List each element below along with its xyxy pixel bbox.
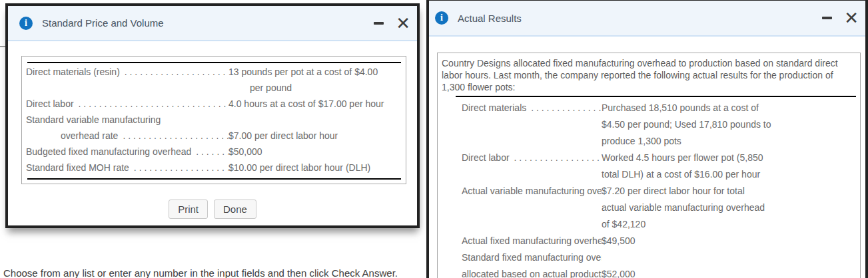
table-row-continuation: total DLH) at a cost of $16.00 per hour	[442, 166, 856, 183]
actual-results-table: Country Designs allocated fixed manufact…	[437, 53, 861, 278]
actual-results-dialog: i Actual Results ✕ Country Designs alloc…	[426, 0, 868, 278]
page-instruction-text: Choose from any list or enter any number…	[3, 267, 398, 278]
minimize-button[interactable]	[373, 19, 384, 27]
row-label: Actual fixed manufacturing overhead	[462, 233, 602, 249]
table-bottom-rule	[27, 178, 401, 180]
window-controls: ✕	[821, 11, 859, 25]
background-edge-artifact	[0, 46, 5, 47]
dot-leader: . . . . . . . . . . . . . . . . . . . . …	[118, 128, 228, 144]
intro-paragraph: Country Designs allocated fixed manufact…	[442, 57, 856, 96]
dot-leader: . . . . . . . . . . . . . . . . . . . . …	[120, 64, 228, 80]
dialog-title: Standard Price and Volume	[42, 17, 164, 29]
minimize-button[interactable]	[821, 14, 833, 22]
print-button[interactable]: Print	[169, 200, 208, 219]
table-row: allocated based on actual production. . …	[442, 266, 856, 278]
standard-price-and-volume-dialog: i Standard Price and Volume ✕ Direct mat…	[5, 3, 420, 228]
table-row: overhead rate. . . . . . . . . . . . . .…	[26, 128, 402, 144]
row-value-continued: total DLH) at a cost of $16.00 per hour	[602, 166, 856, 183]
info-icon: i	[435, 11, 448, 25]
dot-leader: . . . . . . . . . . . . . . . . . . . . …	[74, 96, 228, 112]
button-row: Print Done	[8, 200, 417, 219]
row-value: $7.20 per direct labor hour for total	[602, 183, 856, 200]
row-value-continued: produce 1,300 pots	[602, 133, 856, 150]
minimize-icon	[822, 17, 832, 19]
row-value-continued: of $42,120	[602, 216, 856, 233]
row-label: Direct materials	[462, 100, 526, 116]
row-value: $7.00 per direct labor hour	[228, 128, 402, 144]
row-label: Actual variable manufacturing overhead	[462, 183, 602, 200]
dialog-body: Country Designs allocated fixed manufact…	[429, 53, 865, 278]
info-icon-glyph: i	[440, 13, 443, 23]
table-row: Actual fixed manufacturing overhead. . .…	[442, 233, 856, 249]
row-label: Direct labor	[462, 150, 510, 166]
info-icon: i	[19, 17, 33, 30]
table-row: Actual variable manufacturing overhead. …	[442, 183, 856, 200]
row-value: Worked 4.5 hours per flower pot (5,850	[602, 150, 856, 166]
row-label: allocated based on actual production	[462, 266, 602, 278]
row-value: $52,000	[602, 266, 856, 278]
row-value: $10.00 per direct labor hour (DLH)	[228, 160, 402, 176]
dialog-header: i Actual Results ✕	[429, 1, 865, 37]
dot-leader: . . . . . . . . . . . . . . . . . . . . …	[526, 100, 602, 116]
row-value-continued: $4.50 per pound; Used 17,810 pounds to	[602, 116, 856, 133]
row-value-continued: per pound	[228, 80, 402, 96]
dot-leader: . . . . . . . . . . . . . . . . . . . . …	[129, 160, 228, 176]
row-label: overhead rate	[26, 128, 118, 144]
row-label: Direct labor	[26, 96, 74, 112]
row-label: Budgeted fixed manufacturing overhead	[26, 144, 191, 160]
table-row: Standard fixed MOH rate. . . . . . . . .…	[26, 160, 402, 176]
table-top-rule	[27, 62, 401, 63]
minimize-icon	[374, 22, 384, 25]
table-row: Standard fixed manufacturing overhead	[442, 249, 856, 266]
table-row: Direct materials (resin). . . . . . . . …	[26, 64, 402, 80]
row-value: $50,000	[228, 144, 402, 160]
info-icon-glyph: i	[25, 19, 27, 28]
table-row-continuation: actual variable manufacturing overhead	[442, 200, 856, 216]
row-label: Standard fixed MOH rate	[26, 160, 129, 176]
window-controls: ✕	[373, 16, 410, 31]
page-canvas: i Standard Price and Volume ✕ Direct mat…	[0, 0, 868, 278]
row-value-continued: actual variable manufacturing overhead	[602, 200, 856, 216]
close-button[interactable]: ✕	[844, 11, 859, 25]
done-button[interactable]: Done	[214, 200, 256, 219]
table-rows: Direct materials. . . . . . . . . . . . …	[442, 98, 856, 278]
standards-table: Direct materials (resin). . . . . . . . …	[21, 56, 406, 184]
table-top-rule	[456, 96, 856, 97]
row-label: Direct materials (resin)	[26, 64, 120, 80]
table-row-continuation: of $42,120	[442, 216, 856, 233]
close-button[interactable]: ✕	[396, 16, 410, 31]
table-row: Direct materials. . . . . . . . . . . . …	[442, 100, 856, 116]
dot-leader: . . . . . . . . . . . . . . . . . . . . …	[510, 150, 602, 166]
dialog-title: Actual Results	[458, 13, 522, 24]
table-row-continuation: produce 1,300 pots	[442, 133, 856, 150]
dialog-body: Direct materials (resin). . . . . . . . …	[8, 56, 417, 219]
table-row-continuation: per pound	[26, 80, 402, 96]
table-row: Standard variable manufacturing	[26, 112, 402, 128]
table-row-continuation: $4.50 per pound; Used 17,810 pounds to	[442, 116, 856, 133]
table-row: Direct labor. . . . . . . . . . . . . . …	[26, 96, 402, 112]
row-value: $49,500	[602, 233, 856, 249]
dialog-header: i Standard Price and Volume ✕	[8, 6, 417, 41]
row-value: 13 pounds per pot at a cost of $4.00	[228, 64, 402, 80]
dot-leader: . . . . . . . . . . . . . . . . . . . . …	[191, 144, 228, 160]
row-label: Standard variable manufacturing	[26, 112, 161, 128]
row-value: 4.0 hours at a cost of $17.00 per hour	[228, 96, 402, 112]
row-label: Standard fixed manufacturing overhead	[462, 249, 602, 266]
table-row: Budgeted fixed manufacturing overhead. .…	[26, 144, 402, 160]
table-row: Direct labor. . . . . . . . . . . . . . …	[442, 150, 856, 166]
row-value: Purchased 18,510 pounds at a cost of	[602, 100, 856, 116]
